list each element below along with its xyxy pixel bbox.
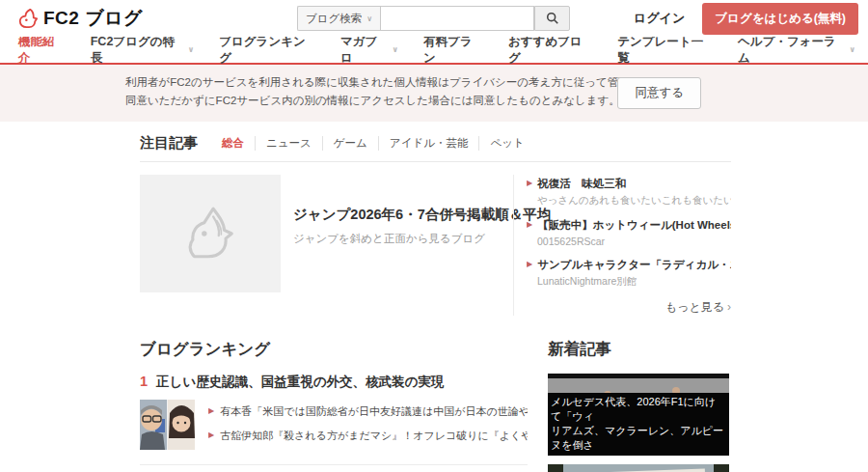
unicorn-placeholder-icon [180,204,240,264]
header: FC2 ブログ ブログ検索 ∨ ログイン ブログをはじめる(無料) [0,0,868,37]
chevron-right-icon: › [727,300,731,314]
arrow-marker-icon: ▶ [527,260,532,272]
signup-button[interactable]: ブログをはじめる(無料) [702,3,858,35]
entry-text: 有本香「米国では国防総省が日中友好議連は中国が日本の世論や政策を中国側に有利… [220,404,528,419]
side-item-title[interactable]: サンプルキャラクター「ラディカル・エコ・シャーマ [537,258,731,272]
lower-section: ブログランキング 1 正しい歴史認識、国益重視の外交、核武装の実現 [140,339,731,472]
ranking-thumbnail[interactable] [140,400,195,450]
nav-item-magablo[interactable]: マガブロ ∨ [328,34,411,67]
side-item-blog-name: 0015625RScar [537,236,731,247]
arrow-marker-icon: ▶ [208,430,214,443]
login-link[interactable]: ログイン [634,10,685,27]
arrow-marker-icon: ▶ [208,406,214,419]
list-item[interactable]: ▶【販売中】ホットウィール(Hot Wheels)ブールバード 0015625R… [527,218,731,247]
consent-text-line1: 利用者がFC2のサービスを利用される際に収集された個人情報はプライバシーの考え方… [125,73,868,92]
nav-item-recommended-blogs[interactable]: おすすめブログ [496,34,605,67]
blog-search: ブログ検索 ∨ [297,6,570,31]
chevron-down-icon: ∨ [849,45,855,54]
agree-button[interactable]: 同意する [617,77,701,109]
privacy-consent-bar: 利用者がFC2のサービスを利用される際に収集された個人情報はプライバシーの考え方… [0,65,868,122]
nav-label: おすすめブログ [508,34,592,67]
ranking-entry[interactable]: ▶有本香「米国では国防総省が日中友好議連は中国が日本の世論や政策を中国側に有利… [208,404,528,419]
search-input[interactable] [380,6,534,31]
featured-tabs: 総合 ニュース ゲーム アイドル・芸能 ペット [211,136,535,151]
main-content: 注目記事 総合 ニュース ゲーム アイドル・芸能 ペット [140,134,731,472]
fc2-logo[interactable]: FC2 ブログ [17,6,143,31]
tab-pet[interactable]: ペット [478,136,534,151]
ranking-entry[interactable]: ▶古舘伊知郎『殺される方がまだマシ』！オフレコ破りに『よくやった』"核武装議論"… [208,429,528,443]
featured-body: ジャンプ2026年6・7合併号掲載順＆平均 ジャンプを斜めと正面から見るブログ … [140,162,731,316]
new-article-card[interactable]: メルセデス代表、2026年F1に向けて「ウィ リアムズ、マクラーレン、アルピーヌ… [548,374,729,456]
more-label: もっと見る [665,300,724,314]
chevron-down-icon: ∨ [366,14,372,23]
entry-text: 古舘伊知郎『殺される方がまだマシ』！オフレコ破りに『よくやった』"核武装議論"… [220,429,528,443]
card-caption: メルセデス代表、2026年F1に向けて「ウィ リアムズ、マクラーレン、アルピーヌ… [548,393,729,456]
nav-label: 機能紹介 [18,34,66,67]
chevron-down-icon: ∨ [188,45,195,54]
rank-number: 1 [140,374,148,389]
featured-article-title[interactable]: ジャンプ2026年6・7合併号掲載順＆平均 [293,206,513,224]
search-category-dropdown[interactable]: ブログ検索 ∨ [297,6,380,31]
nav-item-fc2-advantages[interactable]: FC2ブログの特長 ∨ [78,34,207,67]
paper-notice-photo [548,464,729,472]
search-icon [546,12,559,25]
side-item-title[interactable]: 【販売中】ホットウィール(Hot Wheels)ブールバード [537,218,731,233]
new-article-card[interactable] [548,464,729,472]
blog-ranking-section: ブログランキング 1 正しい歴史認識、国益重視の外交、核武装の実現 [140,339,528,472]
side-item-blog-name: やっさんのあれも食いたいこれも食いたい [537,194,731,208]
nav-item-help-forum[interactable]: ヘルプ・フォーラム ∨ [725,34,868,67]
featured-heading: 注目記事 [140,134,198,153]
nav-label: マガブロ [340,34,389,67]
tab-game[interactable]: ゲーム [322,136,378,151]
side-item-blog-name: LunaticNightmare別館 [537,275,731,289]
chevron-down-icon: ∨ [393,45,399,54]
nav-label: ヘルプ・フォーラム [738,34,845,67]
list-item[interactable]: ▶祝復活 味処三和 やっさんのあれも食いたいこれも食いたい [527,177,731,208]
new-articles-heading: 新着記事 [548,339,729,360]
consent-text-line2: 同意いただかずにFC2サービス内の別の情報にアクセスした場合には同意したものとみ… [125,92,868,110]
caption-line: リアムズ、マクラーレン、アルピーヌを倒さ [551,424,726,453]
featured-article[interactable]: ジャンプ2026年6・7合併号掲載順＆平均 ジャンプを斜めと正面から見るブログ [293,175,513,316]
tab-idol[interactable]: アイドル・芸能 [378,136,479,151]
caption-line: メルセデス代表、2026年F1に向けて「ウィ [551,395,726,424]
tab-overall[interactable]: 総合 [211,136,255,151]
arrow-marker-icon: ▶ [527,179,532,191]
more-link[interactable]: もっと見る› [527,299,731,316]
divider [140,464,528,465]
consent-line2-text: 同意いただかずにFC2サービス内の別の情報にアクセスした場合には同意したものとみ… [125,95,620,106]
nav-label: テンプレート一覧 [617,34,713,67]
logo-text: FC2 ブログ [43,6,143,31]
fc2-fox-icon [17,8,39,29]
nav-label: ブログランキング [219,34,315,67]
ranking-blog-title[interactable]: 正しい歴史認識、国益重視の外交、核武装の実現 [156,374,444,391]
nav-item-template-list[interactable]: テンプレート一覧 [605,34,725,67]
nav-label: 有料プラン [423,34,483,67]
arrow-marker-icon: ▶ [527,220,532,233]
nav-item-features[interactable]: 機能紹介 [6,34,78,67]
search-button[interactable] [534,6,570,31]
header-right: ログイン ブログをはじめる(無料) [634,3,858,35]
list-item[interactable]: ▶サンプルキャラクター「ラディカル・エコ・シャーマ LunaticNightma… [527,258,731,289]
featured-header: 注目記事 総合 ニュース ゲーム アイドル・芸能 ペット [140,134,731,162]
new-articles-section: 新着記事 [548,339,729,472]
main-nav: 機能紹介 FC2ブログの特長 ∨ ブログランキング マガブロ ∨ 有料プラン お… [0,37,868,65]
ranking-item: 1 正しい歴史認識、国益重視の外交、核武装の実現 [140,374,528,453]
nav-item-paid-plan[interactable]: 有料プラン [411,34,496,67]
featured-side-list: ▶祝復活 味処三和 やっさんのあれも食いたいこれも食いたい ▶【販売中】ホットウ… [513,175,731,316]
nav-label: FC2ブログの特長 [91,34,184,67]
nav-item-blog-ranking[interactable]: ブログランキング [206,34,328,67]
featured-article-blog-name: ジャンプを斜めと正面から見るブログ [293,232,513,246]
ranking-heading: ブログランキング [140,339,528,360]
side-item-title[interactable]: 祝復活 味処三和 [537,177,626,191]
tab-news[interactable]: ニュース [255,136,322,151]
featured-thumbnail-placeholder[interactable] [140,175,281,292]
search-category-label: ブログ検索 [306,12,362,26]
